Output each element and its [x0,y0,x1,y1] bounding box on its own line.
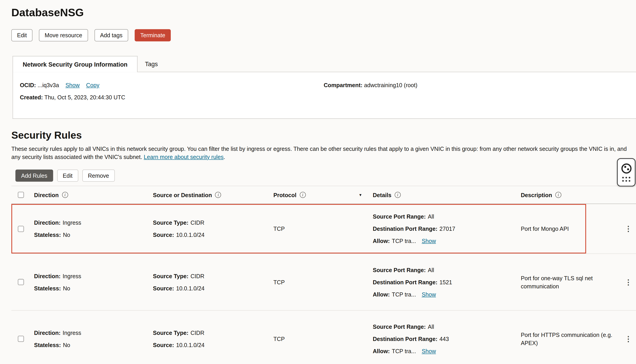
table-row: Direction:Ingress Stateless:No Source Ty… [11,254,636,310]
add-tags-button[interactable]: Add tags [94,29,128,41]
description-cell: Port for Mongo API [515,225,624,233]
move-resource-button[interactable]: Move resource [39,29,88,41]
overlay-widget[interactable] [617,158,636,186]
direction-value: Ingress [62,330,81,336]
created-row: Created: Thu, Oct 5, 2023, 20:44:30 UTC [20,93,125,102]
direction-cell: Direction:Ingress Stateless:No [28,327,147,351]
row-checkbox[interactable] [18,279,24,285]
source-value: 10.0.1.0/24 [176,342,204,348]
direction-label: Direction: [34,220,60,226]
learn-more-link[interactable]: Learn more about security rules [144,154,224,160]
info-icon[interactable]: i [300,192,306,198]
header-protocol-label: Protocol [273,192,296,198]
row-checkbox[interactable] [18,226,24,232]
source-port-value: All [428,323,434,330]
stateless-value: No [63,232,70,238]
header-source-or-destination: Source or Destination i [147,192,268,198]
table-row: Direction:Ingress Stateless:No Source Ty… [11,311,636,364]
allow-show-link[interactable]: Show [422,348,436,354]
dest-port-value: 1521 [440,279,452,286]
allow-show-link[interactable]: Show [422,291,436,298]
header-direction-label: Direction [34,192,59,198]
source-port-label: Source Port Range: [373,267,426,273]
panel-left-column: OCID: ...iq3v3a Show Copy Created: Thu, … [20,81,125,102]
dest-port-label: Destination Port Range: [373,226,437,232]
ocid-show-link[interactable]: Show [66,82,80,88]
source-type-label: Source Type: [153,273,188,279]
security-rules-table: Direction i Source or Destination i Prot… [11,186,636,364]
ocid-copy-link[interactable]: Copy [86,82,100,88]
protocol-value: TCP [273,226,284,232]
protocol-cell: TCP [268,279,367,286]
security-rules-heading: Security Rules [11,130,636,141]
source-value: 10.0.1.0/24 [176,232,204,238]
table-header-row: Direction i Source or Destination i Prot… [11,186,636,204]
table-row: Direction:Ingress Stateless:No Source Ty… [11,204,636,254]
security-rules-description: These security rules apply to all VNICs … [11,145,631,161]
nsg-information-panel: OCID: ...iq3v3a Show Copy Created: Thu, … [13,72,636,119]
edit-button[interactable]: Edit [11,29,32,41]
description-cell: Port for one-way TLS sql net communicati… [515,274,624,290]
source-type-value: CIDR [190,220,204,226]
compartment-label: Compartment: [324,82,362,88]
source-port-value: All [428,267,434,273]
header-direction: Direction i [28,192,147,198]
stateless-label: Stateless: [34,285,61,292]
allow-value: TCP tra... [392,238,416,244]
header-details-label: Details [373,192,391,198]
protocol-value: TCP [273,279,284,286]
drag-handle-dots-icon[interactable] [622,176,630,182]
row-checkbox[interactable] [18,336,24,342]
source-type-label: Source Type: [153,220,188,226]
ocid-value: ...iq3v3a [38,82,59,88]
source-cell: Source Type:CIDR Source:10.0.1.0/24 [147,327,268,351]
source-port-value: All [428,214,434,220]
security-rules-intro-text: These security rules apply to all VNICs … [11,146,627,160]
protocol-cell: TCP [268,336,367,342]
dest-port-value: 443 [440,336,449,342]
source-label: Source: [153,285,174,292]
stateless-value: No [63,285,70,292]
source-cell: Source Type:CIDR Source:10.0.1.0/24 [147,216,268,241]
page-actions: Edit Move resource Add tags Terminate [11,29,636,41]
info-icon[interactable]: i [555,192,562,198]
protocol-value: TCP [273,336,284,342]
tab-tags[interactable]: Tags [138,56,165,72]
stateless-label: Stateless: [34,232,61,238]
allow-show-link[interactable]: Show [422,238,436,244]
select-all-checkbox[interactable] [18,192,24,198]
info-icon[interactable]: i [394,192,401,198]
details-cell: Source Port Range:All Destination Port R… [367,264,515,300]
direction-value: Ingress [62,273,81,279]
tab-nsg-information[interactable]: Network Security Group Information [13,56,138,72]
rules-edit-button[interactable]: Edit [57,170,78,182]
source-type-label: Source Type: [153,330,188,336]
source-value: 10.0.1.0/24 [176,285,204,292]
add-rules-button[interactable]: Add Rules [15,170,53,182]
direction-cell: Direction:Ingress Stateless:No [28,270,147,294]
direction-label: Direction: [34,273,60,279]
direction-label: Direction: [34,330,60,336]
description-cell: Port for HTTPS communication (e.g. APEX) [515,331,624,347]
info-icon[interactable]: i [62,192,68,198]
source-cell: Source Type:CIDR Source:10.0.1.0/24 [147,270,268,294]
info-icon[interactable]: i [215,192,221,198]
header-description: Description i [515,192,624,198]
record-circle-icon[interactable] [621,163,631,174]
caret-down-icon[interactable]: ▼ [359,193,362,197]
dest-port-label: Destination Port Range: [373,279,437,286]
direction-cell: Direction:Ingress Stateless:No [28,216,147,241]
header-description-label: Description [521,192,552,198]
header-protocol: Protocol i ▼ [268,192,367,198]
terminate-button[interactable]: Terminate [134,29,171,41]
kebab-menu-icon[interactable]: ⋮ [623,334,634,344]
created-value: Thu, Oct 5, 2023, 20:44:30 UTC [44,94,125,101]
oci-nsg-page: DatabaseNSG Edit Move resource Add tags … [0,0,636,364]
rules-remove-button[interactable]: Remove [82,170,115,182]
rules-toolbar: Add Rules Edit Remove [15,170,636,182]
source-label: Source: [153,342,174,348]
kebab-menu-icon[interactable]: ⋮ [623,277,634,288]
dest-port-label: Destination Port Range: [373,336,437,342]
header-source-label: Source or Destination [153,192,212,198]
kebab-menu-icon[interactable]: ⋮ [623,224,634,234]
